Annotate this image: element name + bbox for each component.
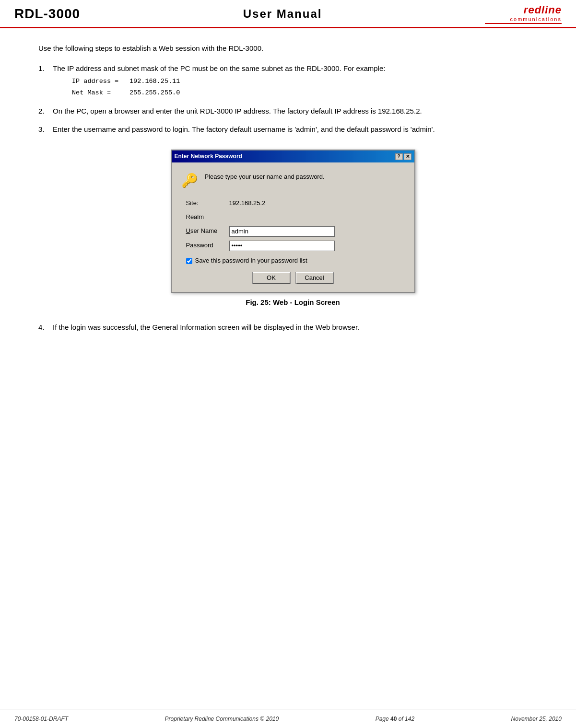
dialog-title: Enter Network Password (175, 152, 242, 161)
product-name: RDL-3000 (14, 6, 80, 22)
intro-paragraph: Use the following steps to establish a W… (38, 43, 547, 54)
key-icon: 🔑 (181, 170, 198, 192)
login-dialog: Enter Network Password ? ✕ 🔑 Please type… (171, 150, 415, 292)
username-input[interactable] (229, 226, 335, 237)
password-input[interactable] (229, 241, 335, 251)
step-number: 4. (38, 322, 53, 333)
site-value: 192.168.25.2 (229, 198, 266, 208)
netmask-value: 255.255.255.0 (129, 88, 180, 98)
step-text: Enter the username and password to login… (53, 125, 435, 133)
username-label: User Name (186, 226, 229, 236)
page-content: Use the following steps to establish a W… (0, 28, 576, 369)
company-logo: redline communications (485, 4, 562, 24)
step-content: Enter the username and password to login… (53, 124, 547, 135)
list-item: 4. If the login was successful, the Gene… (38, 322, 547, 333)
current-page: 40 (390, 716, 397, 722)
dialog-screenshot: Enter Network Password ? ✕ 🔑 Please type… (38, 150, 547, 316)
realm-row: Realm (181, 212, 405, 222)
dialog-buttons: OK Cancel (181, 272, 405, 284)
step-text: The IP address and subnet mask of the PC… (53, 64, 385, 72)
total-pages: 142 (405, 716, 414, 722)
site-row: Site: 192.168.25.2 (181, 198, 405, 208)
logo-sub: communications (510, 16, 562, 22)
save-password-label: Save this password in your password list (195, 256, 307, 266)
password-row: Password (181, 241, 405, 251)
step4-list: 4. If the login was successful, the Gene… (38, 322, 547, 333)
page-header: RDL-3000 User Manual redline communicati… (0, 0, 576, 28)
prompt-row: 🔑 Please type your user name and passwor… (181, 170, 405, 192)
help-button[interactable]: ? (395, 153, 403, 160)
document-date: November 25, 2010 (511, 716, 562, 722)
step-content: The IP address and subnet mask of the PC… (53, 63, 547, 99)
step-number: 3. (38, 124, 53, 135)
ok-button[interactable]: OK (252, 272, 291, 284)
document-number: 70-00158-01-DRAFT (14, 716, 68, 722)
step-number: 2. (38, 105, 53, 117)
copyright-text: Proprietary Redline Communications © 201… (165, 716, 279, 722)
steps-list: 1. The IP address and subnet mask of the… (38, 63, 547, 135)
page-of: of (399, 716, 403, 722)
realm-label: Realm (186, 212, 229, 222)
password-label: Password (186, 241, 229, 251)
prompt-text: Please type your user name and password. (205, 170, 325, 182)
titlebar-buttons: ? ✕ (395, 153, 411, 160)
page-label: Page (376, 716, 389, 722)
step-text: If the login was successful, the General… (53, 323, 359, 331)
step-content: On the PC, open a browser and enter the … (53, 105, 547, 117)
step-number: 1. (38, 63, 53, 99)
list-item: 2. On the PC, open a browser and enter t… (38, 105, 547, 117)
username-row: User Name (181, 226, 405, 237)
save-password-checkbox[interactable] (186, 258, 192, 264)
page-number: Page 40 of 142 (376, 716, 414, 722)
list-item: 1. The IP address and subnet mask of the… (38, 63, 547, 99)
netmask-label: Net Mask = (72, 88, 129, 98)
ip-value: 192.168.25.11 (129, 76, 180, 87)
save-password-row: Save this password in your password list (186, 256, 405, 266)
list-item: 3. Enter the username and password to lo… (38, 124, 547, 135)
cancel-button[interactable]: Cancel (295, 272, 334, 284)
page-footer: 70-00158-01-DRAFT Proprietary Redline Co… (0, 709, 576, 728)
logo-name: redline (524, 4, 562, 16)
ip-example-block: IP address = 192.168.25.11 Net Mask = 25… (72, 76, 547, 98)
figure-caption: Fig. 25: Web - Login Screen (246, 297, 340, 308)
step-content: If the login was successful, the General… (53, 322, 547, 333)
netmask-row: Net Mask = 255.255.255.0 (72, 88, 547, 98)
dialog-body: 🔑 Please type your user name and passwor… (172, 162, 414, 291)
document-title: User Manual (80, 7, 485, 21)
step-text: On the PC, open a browser and enter the … (53, 107, 422, 115)
site-label: Site: (186, 198, 229, 208)
logo-line (485, 23, 562, 24)
dialog-titlebar: Enter Network Password ? ✕ (172, 150, 414, 162)
ip-address-row: IP address = 192.168.25.11 (72, 76, 547, 87)
close-button[interactable]: ✕ (404, 153, 411, 160)
ip-label: IP address = (72, 76, 129, 87)
